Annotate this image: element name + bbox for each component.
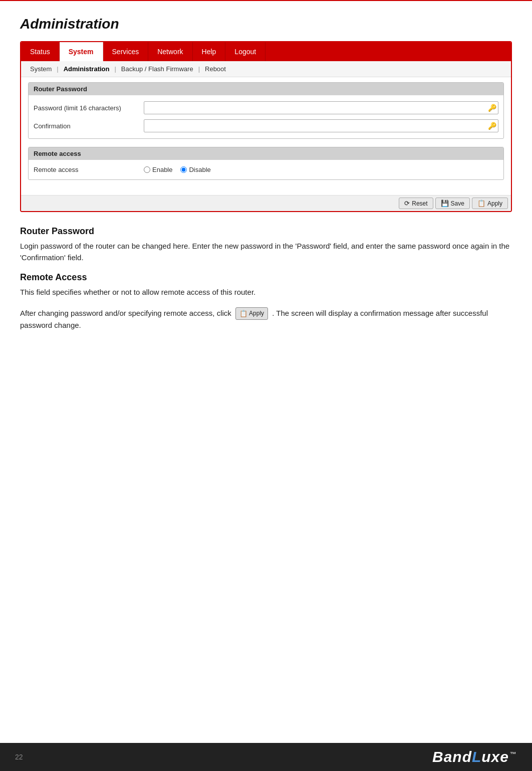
router-password-description: Login password of the router can be chan…	[20, 241, 512, 263]
subnav-system[interactable]: System	[26, 65, 56, 73]
subnav-backup-flash[interactable]: Backup / Flash Firmware	[117, 65, 197, 73]
remote-access-disable-radio[interactable]	[180, 166, 187, 173]
password-input-wrap: 🔑	[144, 101, 498, 114]
apply-inline-button[interactable]: 📋 Apply	[235, 307, 268, 320]
bottom-bar: 22 BandLuxe™	[0, 743, 532, 771]
nav-item-services[interactable]: Services	[103, 42, 149, 61]
remote-access-body: Remote access Enable Disable	[29, 160, 503, 179]
sub-nav: System | Administration | Backup / Flash…	[21, 61, 511, 77]
password-icon: 🔑	[488, 104, 496, 112]
remote-access-enable-text: Enable	[152, 166, 172, 173]
remote-access-enable-label[interactable]: Enable	[144, 166, 172, 173]
remote-access-section: Remote access Remote access Enable	[28, 147, 504, 180]
remote-access-description: This field specifies whether or not to a…	[20, 287, 512, 298]
router-password-title: Router Password	[29, 83, 503, 95]
page-title: Administration	[20, 16, 512, 32]
brand-text: BandLuxe™	[432, 748, 517, 765]
nav-item-status[interactable]: Status	[21, 42, 60, 61]
reset-icon: ⟳	[404, 200, 410, 207]
nav-item-network[interactable]: Network	[148, 42, 192, 61]
brand-text-blue: L	[472, 748, 481, 765]
page-number: 22	[15, 753, 23, 761]
confirmation-icon: 🔑	[488, 122, 496, 130]
router-panel: Status System Services Network Help Logo…	[20, 41, 512, 212]
router-password-heading: Router Password	[20, 226, 512, 237]
password-field-row: Password (limit 16 characters) 🔑	[34, 101, 498, 114]
remote-access-disable-text: Disable	[189, 166, 210, 173]
save-icon: 💾	[441, 200, 449, 207]
subnav-administration[interactable]: Administration	[60, 65, 114, 73]
apply-inline-icon: 📋	[239, 309, 247, 319]
apply-instruction-text: After changing password and/or specifyin…	[20, 307, 512, 331]
remote-access-label: Remote access	[34, 166, 144, 173]
remote-access-heading: Remote Access	[20, 272, 512, 283]
nav-item-system[interactable]: System	[60, 42, 103, 61]
apply-button[interactable]: 📋 Apply	[472, 198, 508, 209]
confirmation-input[interactable]	[144, 119, 498, 132]
buttons-row: ⟳ Reset 💾 Save 📋 Apply	[21, 195, 511, 211]
save-button[interactable]: 💾 Save	[435, 198, 470, 209]
confirmation-input-wrap: 🔑	[144, 119, 498, 132]
password-input[interactable]	[144, 101, 498, 114]
brand-tm: ™	[510, 750, 517, 758]
apply-icon: 📋	[477, 200, 485, 207]
router-password-section: Router Password Password (limit 16 chara…	[28, 82, 504, 139]
password-label: Password (limit 16 characters)	[34, 104, 144, 112]
router-password-body: Password (limit 16 characters) 🔑 Confirm…	[29, 95, 503, 138]
confirmation-field-row: Confirmation 🔑	[34, 119, 498, 132]
content-area: Router Password Login password of the ro…	[20, 226, 512, 350]
nav-item-logout[interactable]: Logout	[225, 42, 265, 61]
remote-access-title: Remote access	[29, 147, 503, 160]
reset-button[interactable]: ⟳ Reset	[399, 198, 433, 209]
remote-access-enable-radio[interactable]	[144, 166, 150, 173]
subnav-reboot[interactable]: Reboot	[201, 65, 230, 73]
nav-bar: Status System Services Network Help Logo…	[21, 42, 511, 61]
brand-text-2: uxe	[481, 748, 509, 765]
remote-access-field-row: Remote access Enable Disable	[34, 166, 498, 173]
nav-item-help[interactable]: Help	[193, 42, 226, 61]
remote-access-disable-label[interactable]: Disable	[180, 166, 210, 173]
brand-logo: BandLuxe™	[432, 748, 517, 765]
confirmation-label: Confirmation	[34, 122, 144, 130]
remote-access-radio-group: Enable Disable	[144, 166, 211, 173]
panel-content: Router Password Password (limit 16 chara…	[21, 77, 511, 195]
brand-text-1: Band	[432, 748, 472, 765]
